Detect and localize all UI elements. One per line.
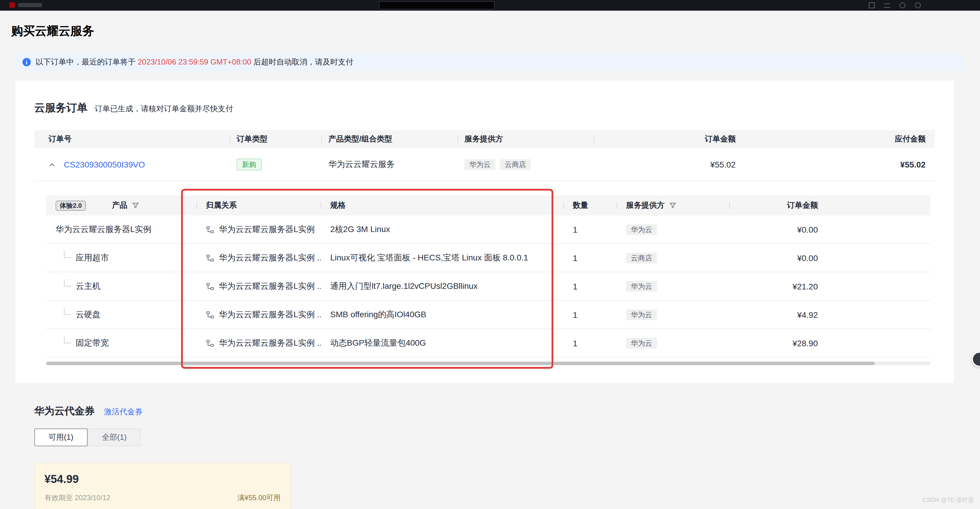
amount-cell: ¥4.92 bbox=[729, 310, 818, 319]
relation-cell: 华为云云耀云服务器L实例 bbox=[196, 224, 321, 235]
experience-2-badge: 体验2.0 bbox=[56, 200, 86, 210]
table-row: 固定带宽 华为云云耀云服务器L实例 ... 动态BGP轻量流量包400G 1 华… bbox=[46, 329, 930, 358]
payable-amount-cell: ¥55.02 bbox=[736, 159, 935, 169]
order-table: 订单号 订单类型 产品类型/组合类型 服务提供方 订单金额 应付金额 CS230… bbox=[34, 130, 935, 181]
header-order-amount: 订单金额 bbox=[593, 134, 736, 145]
topbar-search-input[interactable] bbox=[379, 1, 495, 10]
relation-icon bbox=[206, 310, 214, 319]
detail-header-product-label: 产品 bbox=[112, 200, 127, 211]
detail-header-relation: 归属关系 bbox=[196, 200, 321, 211]
header-payable-amount: 应付金额 bbox=[736, 134, 935, 145]
spec-cell: 动态BGP轻量流量包400G bbox=[321, 338, 563, 348]
product-text: 云主机 bbox=[76, 281, 100, 291]
quantity-cell: 1 bbox=[563, 310, 617, 319]
product-cell: 华为云云耀云服务器L实例 bbox=[46, 224, 196, 235]
floating-toolbar-button[interactable] bbox=[972, 352, 980, 367]
user-avatar[interactable] bbox=[915, 2, 921, 8]
spec-cell: Linux可视化 宝塔面板 - HECS,宝塔 Linux 面板 8.0.0.1 bbox=[321, 253, 563, 263]
quantity-cell: 1 bbox=[563, 253, 617, 262]
amount-cell: ¥21.20 bbox=[729, 282, 818, 291]
table-row: 云主机 华为云云耀云服务器L实例 ... 通用入门型lt7.large.1l2v… bbox=[46, 272, 930, 301]
order-card-header: 云服务订单 订单已生成，请核对订单金额并尽快支付 bbox=[34, 100, 935, 115]
order-table-header: 订单号 订单类型 产品类型/组合类型 服务提供方 订单金额 应付金额 bbox=[34, 130, 935, 148]
row-filler bbox=[818, 329, 930, 357]
screen: 购买云耀云服务 i 以下订单中，最近的订单将于 2023/10/06 23:59… bbox=[0, 0, 980, 509]
tab-all[interactable]: 全部(1) bbox=[88, 428, 141, 446]
product-text: 应用超市 bbox=[76, 253, 109, 263]
horizontal-scrollbar-track bbox=[46, 362, 930, 365]
provider-chip: 华为云 bbox=[626, 309, 657, 320]
detail-header-provider-label: 服务提供方 bbox=[626, 200, 665, 211]
amount-cell: ¥0.00 bbox=[729, 253, 818, 262]
logo-icon bbox=[10, 2, 15, 8]
provider-cell: 华为云 bbox=[617, 338, 729, 348]
relation-text: 华为云云耀云服务器L实例 bbox=[219, 224, 315, 235]
provider-cell: 华为云 云商店 bbox=[457, 159, 593, 170]
quantity-cell: 1 bbox=[563, 224, 617, 234]
order-card-title: 云服务订单 bbox=[34, 100, 88, 115]
relation-cell: 华为云云耀云服务器L实例 ... bbox=[196, 253, 321, 263]
horizontal-scrollbar-thumb[interactable] bbox=[46, 362, 875, 365]
row-filler bbox=[818, 272, 930, 300]
relation-text: 华为云云耀云服务器L实例 ... bbox=[219, 309, 321, 320]
table-row: 华为云云耀云服务器L实例 华为云云耀云服务器L实例 2核2G 3M Linux … bbox=[46, 215, 930, 244]
product-text: 固定带宽 bbox=[76, 338, 109, 348]
header-product-type: 产品类型/组合类型 bbox=[321, 134, 457, 145]
provider-chip: 华为云 bbox=[465, 159, 495, 170]
product-filter-icon[interactable] bbox=[132, 202, 139, 209]
banner-prefix: 以下订单中，最近的订单将于 bbox=[35, 57, 138, 66]
coupon-amount: ¥54.99 bbox=[45, 473, 280, 486]
relation-text: 华为云云耀云服务器L实例 ... bbox=[219, 338, 321, 348]
provider-cell: 华为云 bbox=[617, 281, 729, 291]
product-text: 云硬盘 bbox=[76, 309, 100, 320]
table-row: 应用超市 华为云云耀云服务器L实例 ... Linux可视化 宝塔面板 - HE… bbox=[46, 244, 930, 272]
spec-cell: SMB offering的高IOl40GB bbox=[321, 309, 563, 320]
page-title: 购买云耀云服务 bbox=[11, 22, 980, 39]
menu-icon[interactable] bbox=[884, 3, 890, 7]
detail-header-quantity: 数量 bbox=[563, 200, 617, 211]
product-cell: 应用超市 bbox=[46, 251, 196, 265]
order-no-cell: CS2309300050I39VO bbox=[34, 159, 230, 169]
provider-filter-icon[interactable] bbox=[669, 202, 676, 209]
quantity-cell: 1 bbox=[563, 282, 617, 291]
relation-cell: 华为云云耀云服务器L实例 ... bbox=[196, 281, 321, 291]
coupon-meta: 有效期至 2023/10/12 满¥55.00可用 bbox=[45, 493, 280, 503]
collapse-chevron-icon[interactable] bbox=[49, 161, 56, 169]
info-icon: i bbox=[22, 58, 31, 66]
relation-icon bbox=[206, 225, 214, 234]
tree-connector bbox=[64, 251, 71, 258]
order-number-link[interactable]: CS2309300050I39VO bbox=[64, 159, 145, 169]
coupon-card[interactable]: ¥54.99 有效期至 2023/10/12 满¥55.00可用 bbox=[34, 463, 291, 509]
table-row: 云硬盘 华为云云耀云服务器L实例 ... SMB offering的高IOl40… bbox=[46, 301, 930, 329]
header-order-type: 订单类型 bbox=[230, 134, 321, 145]
huawei-cloud-logo[interactable] bbox=[10, 2, 42, 8]
header-order-no: 订单号 bbox=[34, 134, 230, 145]
topbar bbox=[0, 0, 980, 11]
relation-icon bbox=[206, 339, 214, 347]
row-filler bbox=[818, 301, 930, 328]
provider-chip: 云商店 bbox=[500, 159, 531, 170]
coupon-section-header: 华为云代金券 激活代金券 bbox=[34, 404, 965, 418]
detail-header-provider: 服务提供方 bbox=[617, 200, 729, 211]
relation-icon bbox=[206, 254, 214, 262]
notification-icon[interactable] bbox=[899, 2, 905, 8]
provider-chip: 华为云 bbox=[626, 281, 657, 291]
activate-coupon-link[interactable]: 激活代金券 bbox=[104, 407, 143, 417]
tab-available[interactable]: 可用(1) bbox=[34, 428, 88, 446]
order-card-subtitle: 订单已生成，请核对订单金额并尽快支付 bbox=[95, 103, 233, 114]
coupon-tabs: 可用(1) 全部(1) bbox=[34, 428, 965, 446]
topbar-actions bbox=[869, 2, 921, 8]
banner-suffix: 后超时自动取消，请及时支付 bbox=[251, 57, 353, 66]
expiry-info-banner: i 以下订单中，最近的订单将于 2023/10/06 23:59:59 GMT+… bbox=[15, 53, 965, 71]
spec-cell: 通用入门型lt7.large.1l2vCPUsl2GBllinux bbox=[321, 281, 563, 291]
relation-cell: 华为云云耀云服务器L实例 ... bbox=[196, 338, 321, 348]
tree-connector bbox=[64, 279, 71, 286]
product-cell: 固定带宽 bbox=[46, 336, 196, 350]
provider-chip: 华为云 bbox=[626, 338, 657, 348]
order-card: 云服务订单 订单已生成，请核对订单金额并尽快支付 订单号 订单类型 产品类型/组… bbox=[15, 81, 954, 383]
detail-header-spec: 规格 bbox=[321, 200, 563, 211]
relation-text: 华为云云耀云服务器L实例 ... bbox=[219, 253, 321, 263]
console-icon[interactable] bbox=[869, 2, 875, 8]
relation-icon bbox=[206, 282, 214, 290]
coupon-condition: 满¥55.00可用 bbox=[238, 493, 280, 503]
